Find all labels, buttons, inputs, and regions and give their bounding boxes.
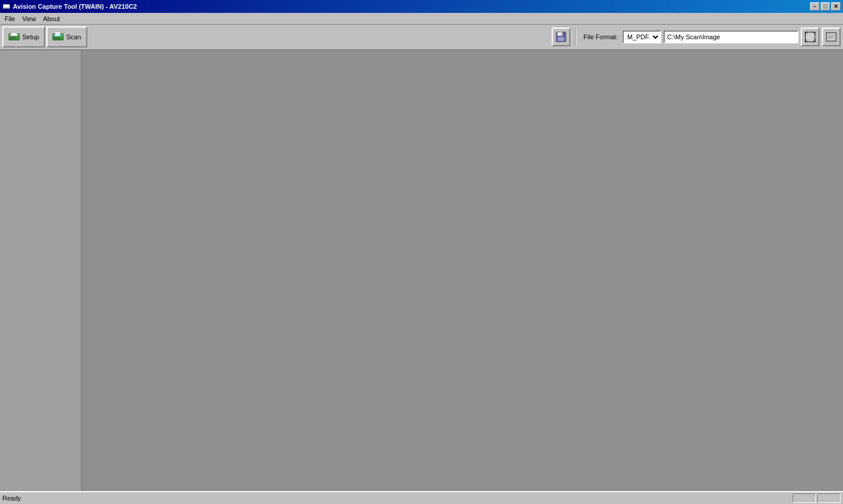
scan-label: Scan bbox=[66, 33, 81, 40]
menu-bar: File View About bbox=[0, 13, 843, 25]
fit-page-button[interactable] bbox=[801, 28, 820, 46]
svg-point-13 bbox=[60, 37, 62, 39]
toolbar-separator bbox=[575, 28, 576, 46]
toolbar: Setup Scan bbox=[0, 25, 843, 50]
close-button[interactable]: ✕ bbox=[831, 2, 841, 11]
file-format-label: File Format: bbox=[581, 33, 620, 40]
svg-rect-11 bbox=[55, 32, 60, 36]
svg-rect-1 bbox=[4, 5, 9, 8]
svg-rect-20 bbox=[807, 33, 814, 40]
toolbar-right: File Format: M_PDF PDF TIFF BMP JPEG bbox=[552, 28, 841, 46]
fit-page-icon bbox=[804, 31, 816, 43]
fit-width-icon bbox=[825, 31, 837, 43]
status-indicator-1 bbox=[793, 493, 816, 503]
svg-rect-6 bbox=[11, 33, 18, 36]
window-title: Avision Capture Tool (TWAIN) - AV210C2 bbox=[13, 3, 137, 10]
scan-button[interactable]: Scan bbox=[46, 26, 87, 47]
setup-icon bbox=[8, 31, 20, 43]
title-bar-left: Avision Capture Tool (TWAIN) - AV210C2 bbox=[2, 2, 137, 11]
svg-point-7 bbox=[16, 37, 18, 39]
save-button[interactable] bbox=[552, 28, 570, 46]
title-controls: − □ ✕ bbox=[810, 2, 841, 11]
menu-view[interactable]: View bbox=[19, 14, 40, 23]
file-format-select[interactable]: M_PDF PDF TIFF BMP JPEG bbox=[623, 30, 661, 43]
svg-rect-2 bbox=[4, 8, 9, 8]
svg-rect-16 bbox=[558, 33, 561, 36]
restore-button[interactable]: □ bbox=[821, 2, 830, 11]
thumbnail-panel bbox=[0, 50, 82, 491]
minimize-button[interactable]: − bbox=[810, 2, 820, 11]
status-bar: Ready bbox=[0, 491, 843, 504]
menu-file[interactable]: File bbox=[1, 14, 19, 23]
setup-label: Setup bbox=[22, 33, 39, 40]
file-path-input[interactable] bbox=[664, 30, 798, 43]
setup-button[interactable]: Setup bbox=[2, 26, 45, 47]
app-icon bbox=[2, 2, 11, 11]
fit-width-button[interactable] bbox=[822, 28, 841, 46]
main-content bbox=[0, 50, 843, 491]
scan-icon bbox=[52, 31, 64, 43]
status-indicators bbox=[793, 493, 841, 503]
status-indicator-2 bbox=[817, 493, 841, 503]
status-text: Ready bbox=[2, 495, 793, 502]
svg-rect-18 bbox=[559, 38, 564, 40]
title-bar: Avision Capture Tool (TWAIN) - AV210C2 −… bbox=[0, 0, 843, 13]
save-icon bbox=[555, 31, 567, 43]
scan-preview-area bbox=[82, 50, 843, 491]
menu-about[interactable]: About bbox=[39, 14, 63, 23]
